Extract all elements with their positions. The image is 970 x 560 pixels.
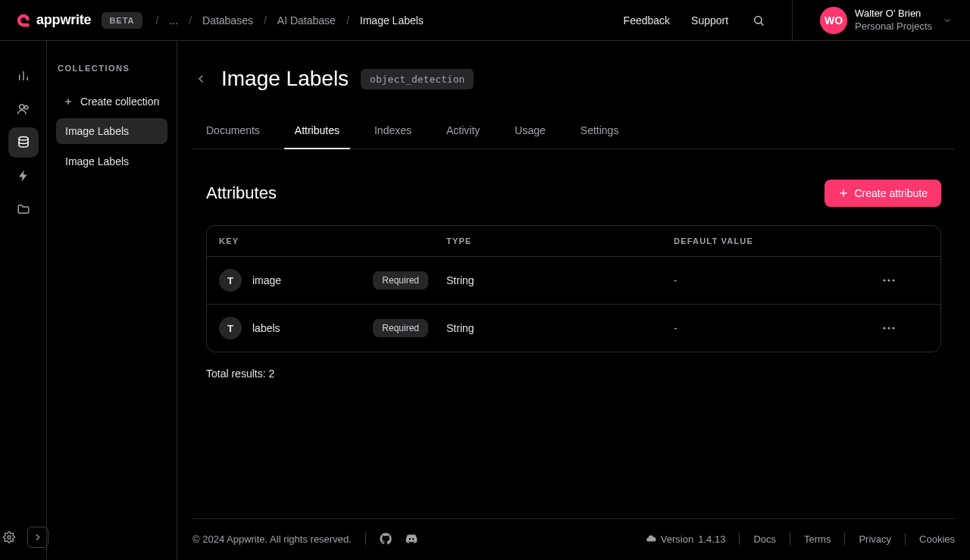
rail-item-storage[interactable] [8, 194, 39, 224]
main: Image Labels object_detection Documents … [177, 41, 970, 560]
database-icon [17, 136, 30, 149]
user-meta: Walter O' Brien Personal Projects [855, 8, 932, 33]
footer-link-terms[interactable]: Terms [804, 533, 831, 545]
attribute-default: - [674, 322, 883, 334]
row-actions-button[interactable] [883, 327, 928, 330]
breadcrumb-item-collection[interactable]: Image Labels [360, 14, 424, 27]
rail-expand[interactable] [27, 527, 48, 548]
svg-point-9 [887, 327, 890, 329]
breadcrumb-ellipsis[interactable]: ... [169, 14, 178, 27]
user-menu[interactable]: WO Walter O' Brien Personal Projects [820, 7, 955, 34]
attribute-key: image [252, 274, 281, 286]
discord-link[interactable] [405, 533, 418, 545]
results-value: 2 [268, 368, 274, 380]
rail-settings[interactable] [0, 527, 20, 548]
svg-point-5 [883, 279, 885, 281]
tabs: Documents Attributes Indexes Activity Us… [192, 124, 955, 149]
logo[interactable]: appwrite [15, 12, 91, 29]
discord-icon [405, 533, 418, 545]
key-cell: T labels Required [219, 317, 446, 339]
beta-badge: BETA [102, 12, 142, 29]
users-icon [17, 102, 30, 116]
cloud-icon [646, 533, 656, 544]
row-actions-button[interactable] [883, 279, 928, 282]
tab-usage[interactable]: Usage [515, 124, 545, 149]
tab-indexes[interactable]: Indexes [374, 124, 411, 149]
sidebar-item-collection-1[interactable]: Image Labels [56, 149, 167, 174]
support-link[interactable]: Support [691, 14, 728, 27]
svg-point-6 [887, 279, 890, 281]
tab-documents[interactable]: Documents [206, 124, 260, 149]
user-name: Walter O' Brien [855, 8, 932, 20]
sidebar-heading: COLLECTIONS [56, 64, 167, 73]
rail-item-auth[interactable] [8, 94, 39, 124]
appwrite-logo-icon [15, 12, 32, 29]
collection-id-badge[interactable]: object_detection [361, 69, 474, 89]
search-button[interactable] [749, 11, 768, 30]
results-prefix: Total results: [206, 368, 268, 380]
topbar-right: Feedback Support WO Walter O' Brien Pers… [624, 0, 955, 41]
key-cell: T image Required [219, 269, 446, 292]
folder-icon [17, 202, 30, 216]
create-collection-button[interactable]: Create collection [56, 89, 167, 114]
attribute-type: String [446, 274, 674, 286]
rail-bottom [0, 527, 48, 548]
footer-divider [905, 533, 906, 545]
col-type: TYPE [446, 236, 674, 246]
sidebar-item-collection-0[interactable]: Image Labels [56, 118, 167, 144]
breadcrumb-separator: / [264, 14, 267, 27]
version-chip: Version 1.4.13 [646, 533, 726, 545]
topbar-divider [792, 0, 793, 41]
main-scroll: Image Labels object_detection Documents … [177, 41, 970, 518]
required-badge: Required [373, 319, 428, 337]
rail-item-functions[interactable] [8, 161, 39, 191]
more-horizontal-icon [883, 279, 895, 282]
attribute-type: String [446, 322, 674, 334]
page-title: Image Labels [221, 67, 349, 91]
col-key: KEY [219, 236, 446, 246]
topbar: appwrite BETA / ... / Databases / AI Dat… [0, 0, 970, 41]
table-row[interactable]: T labels Required String - [207, 304, 940, 352]
tab-attributes[interactable]: Attributes [295, 124, 340, 149]
tab-activity[interactable]: Activity [446, 124, 480, 149]
create-attribute-button[interactable]: Create attribute [824, 180, 942, 207]
svg-point-4 [8, 536, 11, 539]
results-count: Total results: 2 [206, 368, 941, 380]
section-head: Attributes Create attribute [206, 180, 941, 207]
collections-sidebar: COLLECTIONS Create collection Image Labe… [47, 41, 177, 560]
footer-link-docs[interactable]: Docs [753, 533, 776, 545]
plus-icon [838, 188, 849, 199]
github-link[interactable] [380, 533, 392, 545]
github-icon [380, 533, 392, 545]
footer-divider [844, 533, 845, 545]
bolt-icon [17, 169, 30, 183]
breadcrumb-item-database[interactable]: AI Database [277, 14, 336, 27]
rail-item-overview[interactable] [8, 61, 39, 91]
create-collection-label: Create collection [80, 95, 159, 108]
footer-copyright: © 2024 Appwrite. All rights reserved. [192, 533, 352, 545]
footer-link-privacy[interactable]: Privacy [859, 533, 891, 545]
table-row[interactable]: T image Required String - [207, 256, 940, 304]
breadcrumb-separator: / [346, 14, 349, 27]
rail-item-databases[interactable] [8, 127, 39, 158]
attribute-key: labels [252, 322, 280, 334]
logo-text: appwrite [36, 12, 91, 28]
plus-icon [64, 97, 73, 106]
svg-point-3 [19, 137, 28, 141]
table-header: KEY TYPE DEFAULT VALUE [207, 226, 940, 256]
footer-link-cookies[interactable]: Cookies [919, 533, 955, 545]
page-header: Image Labels object_detection [192, 67, 955, 91]
svg-point-10 [892, 327, 894, 329]
back-button[interactable] [192, 70, 209, 87]
text-type-icon: T [219, 317, 242, 339]
svg-point-2 [24, 106, 28, 110]
section-title: Attributes [206, 183, 277, 203]
feedback-link[interactable]: Feedback [624, 14, 670, 27]
chevron-left-icon [195, 73, 207, 85]
nav-rail [0, 41, 47, 560]
tab-settings[interactable]: Settings [580, 124, 619, 149]
breadcrumb-item-databases[interactable]: Databases [202, 14, 253, 27]
create-attribute-label: Create attribute [855, 187, 928, 199]
chevron-down-icon [943, 16, 952, 25]
col-default: DEFAULT VALUE [674, 236, 883, 246]
